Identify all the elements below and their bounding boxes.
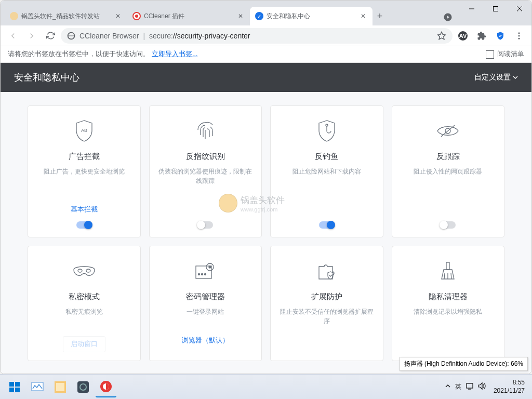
card-desc: 清除浏览记录以增强隐私 <box>414 307 482 352</box>
card-desc: 一键登录网站 <box>187 307 224 336</box>
card-title: 广告拦截 <box>69 152 100 162</box>
close-button[interactable] <box>508 1 531 17</box>
reading-list-icon <box>486 50 494 59</box>
reading-list-button[interactable]: 阅读清单 <box>486 50 524 59</box>
card-title: 私密模式 <box>69 292 100 302</box>
address-bar[interactable]: CCleaner Browser | secure://security-pri… <box>61 28 453 44</box>
forward-button[interactable] <box>23 28 40 44</box>
close-icon[interactable]: ✕ <box>236 12 245 20</box>
toggle[interactable] <box>76 221 92 229</box>
taskbar: 英 8:55 2021/11/27 <box>0 374 532 399</box>
svg-point-11 <box>518 35 520 36</box>
page-title: 安全和隐私中心 <box>14 71 79 84</box>
card-desc: 伪装我的浏览器使用痕迹，限制在线跟踪 <box>158 167 254 207</box>
bookmark-bar: 请将您的书签放在书签栏中，以便于快速访问。 立即导入书签... 阅读清单 <box>1 46 531 63</box>
card-title: 反钓鱼 <box>315 152 338 162</box>
new-tab-button[interactable]: + <box>373 7 387 25</box>
svg-point-14 <box>326 124 328 126</box>
card-title: 扩展防护 <box>311 292 342 302</box>
card-anti-fingerprint[interactable]: 反指纹识别 伪装我的浏览器使用痕迹，限制在线跟踪 <box>149 105 262 237</box>
fingerprint-icon <box>193 118 218 143</box>
svg-rect-35 <box>56 383 64 391</box>
maximize-button[interactable] <box>484 1 508 17</box>
svg-point-21 <box>209 266 211 268</box>
svg-point-22 <box>198 274 200 275</box>
svg-point-23 <box>202 274 203 275</box>
page-header: 安全和隐私中心 自定义设置 <box>1 63 531 92</box>
card-link[interactable]: 基本拦截 <box>71 205 98 214</box>
card-title: 隐私清理器 <box>429 292 468 302</box>
svg-rect-29 <box>9 382 14 387</box>
svg-rect-25 <box>446 262 449 270</box>
svg-marker-42 <box>478 383 482 389</box>
shield-hook-icon <box>314 118 339 143</box>
start-button[interactable] <box>4 377 25 397</box>
close-icon[interactable]: ✕ <box>114 12 122 20</box>
window-controls <box>460 1 531 25</box>
mask-icon <box>72 259 97 284</box>
site-info-icon[interactable] <box>67 32 75 40</box>
addr-browser-name: CCleaner Browser <box>79 32 139 40</box>
card-password-manager[interactable]: 密码管理器 一键登录网站 浏览器（默认） <box>149 246 262 361</box>
card-desc: 阻止广告，更快更安全地浏览 <box>44 167 125 205</box>
svg-rect-40 <box>467 383 473 388</box>
card-private-mode[interactable]: 私密模式 私密无痕浏览 启动窗口 <box>28 246 141 361</box>
svg-point-12 <box>518 37 520 39</box>
custom-settings-button[interactable]: 自定义设置 <box>474 73 518 82</box>
network-icon[interactable] <box>466 382 474 391</box>
browser-window: 锅盖头软件_精品软件转发站 ✕ CCleaner 插件 ✕ ✓ 安全和隐私中心 … <box>0 0 532 374</box>
tab-1[interactable]: 锅盖头软件_精品软件转发站 ✕ <box>5 7 127 25</box>
tab-2[interactable]: CCleaner 插件 ✕ <box>127 7 250 25</box>
favicon <box>10 12 18 20</box>
cards-grid: AB 广告拦截 阻止广告，更快更安全地浏览 基本拦截 反指纹识别 伪装我的浏览器… <box>1 92 531 374</box>
svg-marker-7 <box>438 32 446 39</box>
bookmark-star-icon[interactable] <box>437 31 446 41</box>
card-ad-block[interactable]: AB 广告拦截 阻止广告，更快更安全地浏览 基本拦截 <box>28 105 141 237</box>
card-privacy-cleaner[interactable]: 隐私清理器 清除浏览记录以增强隐私 <box>392 246 505 361</box>
avast-ext-icon[interactable]: AV <box>455 28 471 44</box>
card-anti-tracking[interactable]: 反跟踪 阻止侵入性的网页跟踪器 <box>392 105 505 237</box>
password-icon <box>193 259 218 284</box>
taskbar-app-3[interactable] <box>73 377 94 397</box>
launch-window-button[interactable]: 启动窗口 <box>63 336 105 352</box>
toggle[interactable] <box>197 221 213 229</box>
close-icon[interactable]: ✕ <box>359 12 367 20</box>
back-button[interactable] <box>5 28 21 44</box>
shield-ext-icon[interactable] <box>492 28 509 44</box>
toggle[interactable] <box>319 221 335 229</box>
tab-3-active[interactable]: ✓ 安全和隐私中心 ✕ <box>250 7 373 25</box>
page-content: 安全和隐私中心 自定义设置 AB 广告拦截 阻止广告，更快更安全地浏览 基本拦截 <box>1 63 531 374</box>
volume-tooltip: 扬声器 (High Definition Audio Device): 66% <box>400 357 528 371</box>
card-extension-guard[interactable]: 扩展防护 阻止安装不受信任的浏览器扩展程序 <box>270 246 383 361</box>
card-link[interactable]: 浏览器（默认） <box>182 336 229 345</box>
menu-icon[interactable] <box>511 28 527 44</box>
tab-title: CCleaner 插件 <box>144 12 233 21</box>
bookmark-hint: 请将您的书签放在书签栏中，以便于快速访问。 <box>8 50 150 59</box>
taskbar-app-2[interactable] <box>50 377 71 397</box>
svg-line-26 <box>444 273 445 279</box>
taskbar-app-1[interactable] <box>27 377 48 397</box>
tray-chevron-icon[interactable] <box>445 383 451 391</box>
toggle[interactable] <box>440 221 456 229</box>
volume-icon[interactable] <box>478 382 486 391</box>
extensions-icon[interactable] <box>473 28 490 44</box>
titlebar: 锅盖头软件_精品软件转发站 ✕ CCleaner 插件 ✕ ✓ 安全和隐私中心 … <box>1 1 531 25</box>
reload-button[interactable] <box>42 28 59 44</box>
import-bookmarks-link[interactable]: 立即导入书签... <box>152 50 197 59</box>
ime-indicator[interactable]: 英 <box>455 382 461 391</box>
svg-rect-32 <box>15 388 20 392</box>
card-anti-phishing[interactable]: 反钓鱼 阻止危险网站和下载内容 <box>270 105 383 237</box>
tab-strip: 锅盖头软件_精品软件转发站 ✕ CCleaner 插件 ✕ ✓ 安全和隐私中心 … <box>5 7 436 25</box>
card-title: 反指纹识别 <box>186 152 225 162</box>
shield-ab-icon: AB <box>72 118 97 143</box>
favicon: ✓ <box>255 12 263 20</box>
svg-point-10 <box>518 32 520 34</box>
media-indicator[interactable] <box>436 9 460 25</box>
svg-rect-30 <box>15 382 20 387</box>
card-desc: 阻止危险网站和下载内容 <box>292 167 361 207</box>
taskbar-ccleaner[interactable] <box>96 377 116 397</box>
card-title: 密码管理器 <box>186 292 225 302</box>
minimize-button[interactable] <box>460 1 484 17</box>
svg-rect-36 <box>77 381 89 393</box>
taskbar-clock[interactable]: 8:55 2021/11/27 <box>490 379 528 395</box>
